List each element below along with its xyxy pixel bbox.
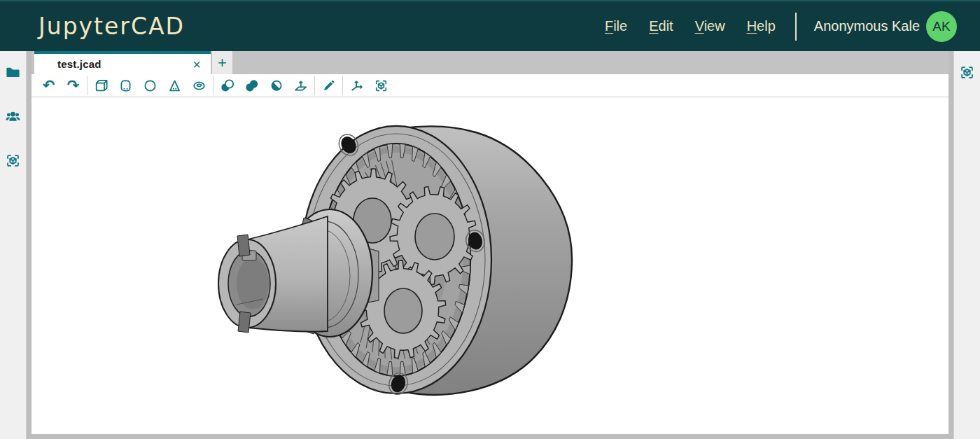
undo-button[interactable]: ↶	[36, 75, 61, 96]
axes-helper-button[interactable]	[344, 75, 369, 96]
menu-file[interactable]: File	[605, 18, 627, 34]
union-button[interactable]	[239, 75, 264, 96]
jupytercad-app: JupyterCAD File Edit View Help Anonymous…	[0, 0, 980, 439]
menu-view[interactable]: View	[695, 18, 725, 34]
menu-divider	[795, 13, 797, 41]
folder-icon	[4, 64, 22, 81]
undo-icon: ↶	[43, 78, 55, 93]
left-sidebar	[0, 51, 27, 439]
cone-icon	[167, 78, 183, 94]
intersection-icon	[268, 78, 284, 94]
exploded-view-panel-button[interactable]	[958, 63, 976, 81]
right-sidebar	[953, 51, 980, 439]
main-menu: File Edit View Help	[605, 18, 776, 34]
app-logo: JupyterCAD	[38, 13, 185, 40]
box-icon	[93, 78, 109, 94]
cylinder-icon	[118, 78, 134, 94]
axes-icon	[349, 78, 365, 94]
extrusion-icon	[293, 78, 309, 94]
toolbar-separator	[87, 76, 88, 95]
exploded-cube-icon	[958, 64, 976, 81]
menu-help[interactable]: Help	[747, 18, 776, 34]
redo-icon: ↷	[67, 78, 80, 93]
cut-icon	[219, 78, 235, 94]
cad-toolbar: ↶ ↷	[31, 74, 948, 97]
toolbar-separator	[342, 76, 343, 95]
torus-icon	[191, 78, 207, 94]
exploded-view-panel-button[interactable]	[4, 151, 22, 169]
exploded-cube-icon	[373, 78, 389, 94]
sketch-button[interactable]	[316, 75, 341, 96]
toolbar-separator	[213, 76, 214, 95]
user-name: Anonymous Kale	[814, 18, 920, 34]
exploded-view-button[interactable]	[369, 75, 393, 96]
tab-bar: test.jcad × +	[31, 51, 948, 74]
new-cone-button[interactable]	[162, 75, 187, 96]
redo-button[interactable]: ↷	[61, 75, 85, 96]
workspace: test.jcad × + ↶ ↷	[0, 51, 980, 439]
viewport-canvas[interactable]	[31, 97, 948, 434]
cut-button[interactable]	[215, 75, 239, 96]
new-tab-button[interactable]: +	[212, 51, 232, 74]
file-browser-button[interactable]	[4, 63, 22, 81]
toolbar-separator	[314, 76, 315, 95]
exploded-cube-icon	[4, 152, 22, 169]
menu-edit[interactable]: Edit	[649, 18, 673, 34]
tab-label: test.jcad	[57, 58, 102, 70]
sphere-icon	[142, 78, 158, 94]
users-icon	[4, 108, 22, 125]
user-avatar[interactable]: AK	[926, 11, 957, 42]
new-torus-button[interactable]	[187, 75, 211, 96]
header-right: File Edit View Help Anonymous Kale AK	[605, 11, 980, 42]
dock-panel: test.jcad × + ↶ ↷	[27, 51, 953, 439]
tab-close-button[interactable]: ×	[188, 56, 205, 73]
union-icon	[244, 78, 260, 94]
gearbox-3d-model	[31, 97, 948, 434]
extrusion-button[interactable]	[288, 75, 313, 96]
collaborators-button[interactable]	[4, 107, 22, 125]
pencil-icon	[321, 78, 337, 94]
top-bar: JupyterCAD File Edit View Help Anonymous…	[0, 0, 980, 51]
intersection-button[interactable]	[264, 75, 288, 96]
new-box-button[interactable]	[89, 75, 113, 96]
new-sphere-button[interactable]	[138, 75, 162, 96]
tab-test-jcad[interactable]: test.jcad ×	[34, 51, 211, 74]
new-cylinder-button[interactable]	[113, 75, 138, 96]
